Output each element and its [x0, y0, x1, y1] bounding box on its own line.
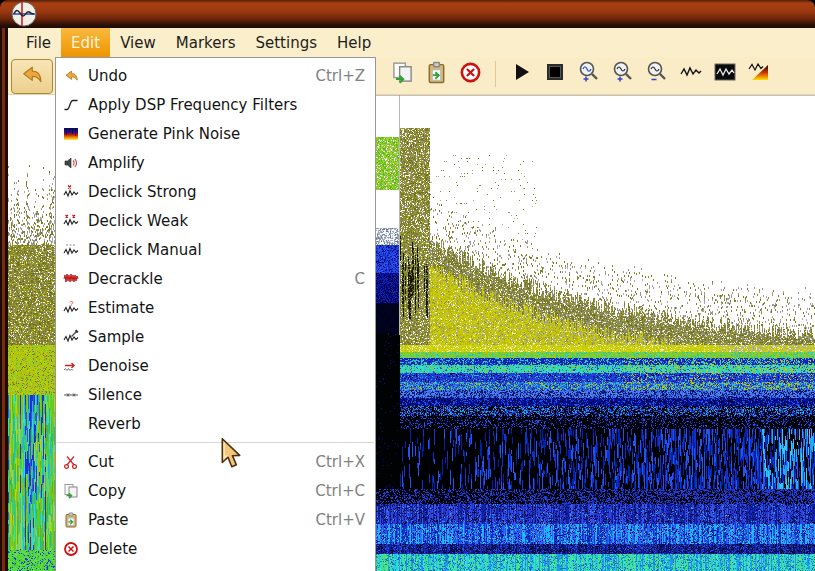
- menubar-item-edit[interactable]: Edit: [61, 28, 110, 57]
- menu-item-cut[interactable]: CutCtrl+X: [56, 447, 375, 476]
- undo-arrow-icon: [19, 63, 45, 91]
- decrackle-icon: [61, 270, 81, 288]
- declick-manual-icon: [61, 241, 81, 259]
- menu-item-label: Decrackle: [88, 270, 163, 288]
- undo-button[interactable]: [11, 59, 53, 94]
- denoise-icon: [61, 357, 81, 375]
- menu-item-shortcut: Ctrl+X: [295, 453, 365, 471]
- zoom-select-button[interactable]: [610, 62, 635, 87]
- menu-item-label: Generate Pink Noise: [88, 125, 240, 143]
- spectral-view-icon: [747, 60, 771, 88]
- menu-item-label: Sample: [88, 328, 144, 346]
- zoom-in-wave-icon: [577, 60, 601, 88]
- menubar-item-help[interactable]: Help: [327, 28, 381, 57]
- toolbar-separator: [495, 61, 496, 87]
- silence-icon: [61, 386, 81, 404]
- menu-item-shortcut: Ctrl+Z: [295, 67, 365, 85]
- cut-scissors-icon: [61, 453, 81, 471]
- menu-item-declick-weak[interactable]: Declick Weak: [56, 206, 375, 235]
- delete-icon: [61, 540, 81, 558]
- no-icon: [61, 415, 81, 433]
- stop-button[interactable]: [542, 62, 567, 87]
- menu-item-apply-dsp-frequency-filters[interactable]: Apply DSP Frequency Filters: [56, 90, 375, 119]
- menu-item-label: Undo: [88, 67, 127, 85]
- amplify-speaker-icon: [61, 154, 81, 172]
- zoom-select-icon: [611, 60, 635, 88]
- menu-item-label: Estimate: [88, 299, 154, 317]
- menu-item-amplify[interactable]: Amplify: [56, 148, 375, 177]
- paste-icon: [61, 511, 81, 529]
- menu-item-decrackle[interactable]: DecrackleC: [56, 264, 375, 293]
- copy-icon: [391, 61, 414, 88]
- zoom-out-icon: [645, 60, 669, 88]
- pink-noise-icon: [61, 125, 81, 143]
- play-icon: [509, 60, 533, 88]
- window-frame-left: [0, 28, 8, 571]
- menu-item-delete[interactable]: Delete: [56, 534, 375, 563]
- declick-strong-icon: [61, 183, 81, 201]
- waveform-inverse-view-icon: [713, 60, 737, 88]
- menu-item-silence[interactable]: Silence: [56, 380, 375, 409]
- menubar-item-settings[interactable]: Settings: [245, 28, 327, 57]
- menu-item-reverb[interactable]: Reverb: [56, 409, 375, 438]
- dsp-filter-curve-icon: [61, 96, 81, 114]
- menu-item-generate-pink-noise[interactable]: Generate Pink Noise: [56, 119, 375, 148]
- menu-item-label: Apply DSP Frequency Filters: [88, 96, 297, 114]
- undo-icon: [61, 67, 81, 85]
- spectral-view-button[interactable]: [746, 62, 771, 87]
- paste-button[interactable]: [424, 62, 449, 87]
- menu-item-label: Silence: [88, 386, 142, 404]
- menu-item-label: Declick Weak: [88, 212, 188, 230]
- menu-item-label: Declick Manual: [88, 241, 202, 259]
- menu-separator: [56, 438, 375, 447]
- menu-item-copy[interactable]: CopyCtrl+C: [56, 476, 375, 505]
- zoom-out-button[interactable]: [644, 62, 669, 87]
- titlebar[interactable]: [0, 0, 815, 28]
- menu-item-undo[interactable]: UndoCtrl+Z: [56, 61, 375, 90]
- menu-item-sample[interactable]: Sample: [56, 322, 375, 351]
- menu-item-denoise[interactable]: Denoise: [56, 351, 375, 380]
- menu-item-label: Copy: [88, 482, 126, 500]
- paste-icon: [425, 61, 448, 88]
- menu-item-paste[interactable]: PasteCtrl+V: [56, 505, 375, 534]
- menu-item-label: Paste: [88, 511, 129, 529]
- menu-item-declick-strong[interactable]: Declick Strong: [56, 177, 375, 206]
- menu-item-label: Denoise: [88, 357, 149, 375]
- play-button[interactable]: [508, 62, 533, 87]
- menubar: FileEditViewMarkersSettingsHelp: [8, 28, 815, 57]
- stop-icon: [543, 60, 567, 88]
- menubar-item-view[interactable]: View: [110, 28, 166, 57]
- menu-item-label: Delete: [88, 540, 137, 558]
- edit-menu-dropdown: UndoCtrl+ZApply DSP Frequency FiltersGen…: [55, 57, 376, 571]
- menubar-item-markers[interactable]: Markers: [166, 28, 246, 57]
- menu-item-label: Declick Strong: [88, 183, 197, 201]
- svg-text:?: ?: [70, 300, 74, 307]
- declick-weak-icon: [61, 212, 81, 230]
- zoom-in-wave-button[interactable]: [576, 62, 601, 87]
- waveform-app-icon: [11, 1, 37, 27]
- menu-item-estimate[interactable]: ?Estimate: [56, 293, 375, 322]
- menu-item-declick-manual[interactable]: Declick Manual: [56, 235, 375, 264]
- menu-item-label: Cut: [88, 453, 114, 471]
- waveform-inverse-view-button[interactable]: [712, 62, 737, 87]
- menu-item-shortcut: C: [335, 270, 365, 288]
- menu-item-label: Reverb: [88, 415, 141, 433]
- copy-button[interactable]: [390, 62, 415, 87]
- copy-icon: [61, 482, 81, 500]
- sample-icon: [61, 328, 81, 346]
- waveform-view-button[interactable]: [678, 62, 703, 87]
- menu-item-label: Amplify: [88, 154, 145, 172]
- menu-item-shortcut: Ctrl+C: [295, 482, 365, 500]
- menubar-item-file[interactable]: File: [16, 28, 61, 57]
- estimate-icon: ?: [61, 299, 81, 317]
- delete-icon: [459, 61, 482, 88]
- waveform-view-icon: [679, 60, 703, 88]
- menu-item-shortcut: Ctrl+V: [295, 511, 365, 529]
- delete-button[interactable]: [458, 62, 483, 87]
